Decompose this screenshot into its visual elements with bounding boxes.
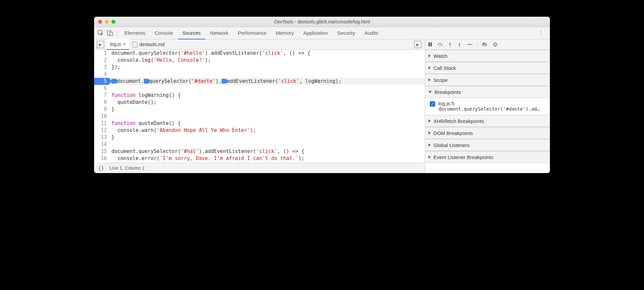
gutter[interactable]: 15 [94, 148, 109, 155]
chevron-right-icon [428, 54, 431, 57]
code-editor[interactable]: 1document.querySelector('#hello').addEve… [94, 50, 425, 163]
panel-scope[interactable]: Scope [425, 74, 550, 86]
code-text: function quoteDante() { [109, 120, 181, 127]
code-text: quoteDante(); [109, 99, 156, 106]
svg-rect-14 [494, 43, 495, 45]
panel-label: Call Stack [433, 65, 456, 71]
code-line[interactable]: 17}); [94, 162, 425, 163]
more-icon[interactable]: ⋮ [535, 29, 547, 37]
tab-performance[interactable]: Performance [233, 27, 271, 39]
gutter[interactable]: 8 [94, 99, 109, 106]
panel-dom[interactable]: DOM Breakpoints [425, 127, 550, 139]
chevron-down-icon [428, 91, 432, 93]
gutter[interactable]: 14 [94, 141, 109, 148]
code-line[interactable]: 1document.querySelector('#hello').addEve… [94, 50, 425, 57]
titlebar: DevTools - devtools.glitch.me/console/lo… [94, 17, 550, 27]
code-text: console.warn('Abandon Hope All Ye Who En… [109, 127, 256, 134]
code-line[interactable]: 11function quoteDante() { [94, 120, 425, 127]
inline-breakpoint-icon[interactable] [144, 79, 148, 84]
file-icon [132, 42, 137, 47]
panel-global[interactable]: Global Listeners [425, 139, 550, 151]
show-debugger-icon[interactable]: ▶ [414, 41, 421, 48]
breakpoint-item[interactable]: ✓ log.js:5 document.querySelector('#dant… [430, 101, 547, 112]
gutter[interactable]: 12 [94, 127, 109, 134]
pause-on-exceptions-icon[interactable] [493, 42, 498, 47]
step-out-icon[interactable] [457, 42, 462, 47]
file-tab-active[interactable]: log.js × [107, 39, 129, 50]
device-toggle-icon[interactable] [106, 29, 114, 37]
inspect-icon[interactable] [97, 29, 105, 37]
gutter[interactable]: 3 [94, 64, 109, 71]
inline-breakpoint-icon[interactable] [222, 79, 226, 84]
tab-console[interactable]: Console [150, 27, 178, 39]
tab-memory[interactable]: Memory [271, 27, 299, 39]
gutter[interactable]: 17 [94, 162, 109, 163]
code-line[interactable]: 13} [94, 134, 425, 141]
code-line[interactable]: 4 [94, 71, 425, 78]
pretty-print-icon[interactable]: {} [98, 165, 104, 171]
code-text: } [109, 106, 114, 113]
close-icon[interactable]: × [123, 41, 126, 47]
gutter[interactable]: 11 [94, 120, 109, 127]
main-area: ▶ log.js × devtools.md ▶ 1document.query… [94, 39, 550, 173]
panel-event[interactable]: Event Listener Breakpoints [425, 151, 550, 163]
gutter[interactable]: 4 [94, 71, 109, 78]
file-tab-label: log.js [110, 41, 121, 47]
panel-label: Watch [433, 53, 447, 59]
svg-point-9 [459, 46, 460, 47]
gutter[interactable]: 13 [94, 134, 109, 141]
code-line[interactable]: 7function logWarning() { [94, 92, 425, 99]
code-text: function logWarning() { [109, 92, 181, 99]
panel-watch[interactable]: Watch [425, 50, 550, 62]
tab-application[interactable]: Application [299, 27, 332, 39]
code-line[interactable]: 14 [94, 141, 425, 148]
code-line[interactable]: 15document.querySelector('#hal').addEven… [94, 148, 425, 155]
step-over-icon[interactable] [437, 42, 443, 47]
code-line[interactable]: 8 quoteDante(); [94, 99, 425, 106]
gutter[interactable]: 9 [94, 106, 109, 113]
gutter[interactable]: 7 [94, 92, 109, 99]
panel-callstack[interactable]: Call Stack [425, 62, 550, 74]
pause-icon[interactable] [428, 42, 432, 47]
tab-sources[interactable]: Sources [178, 27, 206, 39]
code-line[interactable]: 6 [94, 85, 425, 92]
checkbox-icon[interactable]: ✓ [430, 101, 435, 107]
tab-audits[interactable]: Audits [360, 27, 383, 39]
tab-network[interactable]: Network [206, 27, 233, 39]
show-navigator-icon[interactable]: ▶ [97, 41, 104, 48]
file-tab-label: devtools.md [139, 42, 165, 47]
breakpoint-title: log.js:5 [438, 101, 542, 106]
step-icon[interactable] [466, 42, 472, 47]
gutter[interactable]: 5 [94, 78, 109, 85]
svg-point-7 [450, 46, 451, 47]
code-line[interactable]: 2 console.log('Hello, Console!'); [94, 57, 425, 64]
devtools-window: DevTools - devtools.glitch.me/console/lo… [94, 17, 550, 173]
code-line[interactable]: 12 console.warn('Abandon Hope All Ye Who… [94, 127, 425, 134]
code-line[interactable]: 3}); [94, 64, 425, 71]
code-text: }); [109, 162, 120, 163]
panel-xhr[interactable]: XHR/fetch Breakpoints [425, 115, 550, 127]
tab-elements[interactable]: Elements [120, 27, 150, 39]
gutter[interactable]: 2 [94, 57, 109, 64]
code-line[interactable]: 16 console.error(`I'm sorry, Dave. I'm a… [94, 155, 425, 162]
gutter[interactable]: 16 [94, 155, 109, 162]
gutter[interactable]: 6 [94, 85, 109, 92]
code-text: document.querySelector('#hal').addEventL… [109, 148, 304, 155]
deactivate-breakpoints-icon[interactable] [482, 42, 488, 47]
svg-rect-2 [110, 32, 112, 36]
panel-label: DOM Breakpoints [433, 130, 473, 136]
code-line[interactable]: 10 [94, 113, 425, 120]
panel-breakpoints[interactable]: Breakpoints [425, 86, 550, 98]
code-line[interactable]: 9} [94, 106, 425, 113]
code-text: console.error(`I'm sorry, Dave. I'm afra… [109, 155, 304, 162]
code-text: document.querySelector('#hello').addEven… [109, 50, 310, 57]
svg-rect-4 [430, 42, 432, 46]
code-line[interactable]: 5document.querySelector('#dante').addEve… [94, 78, 425, 85]
file-tab-other[interactable]: devtools.md [129, 39, 168, 49]
step-into-icon[interactable] [448, 42, 452, 47]
gutter[interactable]: 1 [94, 50, 109, 57]
inline-breakpoint-icon[interactable] [111, 79, 116, 84]
tab-security[interactable]: Security [332, 27, 360, 39]
gutter[interactable]: 10 [94, 113, 109, 120]
code-text [109, 71, 111, 78]
